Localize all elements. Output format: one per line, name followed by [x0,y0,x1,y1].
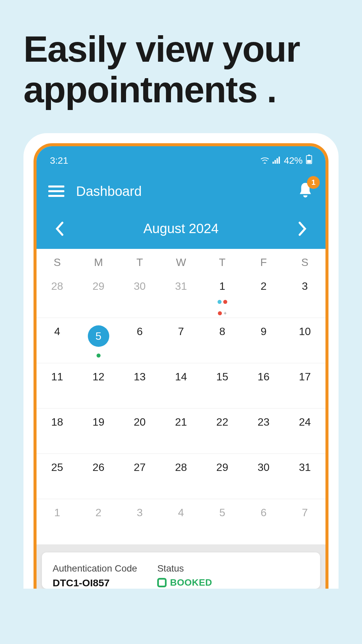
calendar-day[interactable]: 15 [202,363,243,408]
day-number: 24 [299,416,311,428]
day-number: 18 [51,416,63,428]
calendar-week: 45678910 [37,318,325,363]
calendar-day[interactable]: 28 [160,454,201,499]
calendar-day[interactable]: 22 [202,409,243,453]
svg-rect-3 [279,157,280,164]
day-number: 25 [51,461,63,473]
details-section: Authentication Code DTC1-OI857 Status BO… [37,544,325,589]
calendar-day[interactable]: 4 [160,499,201,544]
day-number: 23 [257,416,269,428]
auth-code-value: DTC1-OI857 [53,577,137,589]
calendar-day[interactable]: 20 [119,409,160,453]
calendar-day[interactable]: 3 [119,499,160,544]
day-number: 13 [134,371,146,383]
calendar-day[interactable]: 23 [243,409,284,453]
calendar-week: 1234567 [37,499,325,544]
phone-screen: 3:21 42% Dashboard [34,143,328,589]
calendar-weeks: 282930311+234567891011121314151617181920… [37,273,325,544]
calendar-day[interactable]: 1+ [202,273,243,318]
calendar-day[interactable]: 29 [78,273,119,318]
wifi-icon [260,155,269,166]
calendar-day[interactable]: 9 [243,318,284,363]
day-number: 28 [175,461,187,473]
calendar-day[interactable]: 17 [284,363,325,408]
calendar-day[interactable]: 2 [78,499,119,544]
calendar-day[interactable]: 30 [243,454,284,499]
day-number: 27 [134,461,146,473]
more-events-icon: + [224,311,227,315]
day-header: M [78,256,119,269]
calendar-day[interactable]: 27 [119,454,160,499]
day-number: 31 [175,280,187,292]
calendar-day[interactable]: 31 [284,454,325,499]
calendar-day[interactable]: 5 [202,499,243,544]
day-number: 1 [219,280,225,292]
calendar-day[interactable]: 31 [160,273,201,318]
status-square-icon [157,578,167,587]
day-number: 15 [216,371,228,383]
calendar-day[interactable]: 7 [160,318,201,363]
calendar-week: 25262728293031 [37,454,325,499]
day-number: 3 [302,280,308,292]
calendar-day[interactable]: 19 [78,409,119,453]
status-value: BOOKED [157,577,212,588]
notification-badge: 1 [307,176,320,189]
calendar-day[interactable]: 28 [37,273,78,318]
calendar-day[interactable]: 30 [119,273,160,318]
calendar-day[interactable]: 7 [284,499,325,544]
calendar-day[interactable]: 14 [160,363,201,408]
page-title: Dashboard [76,184,142,199]
status-time: 3:21 [50,155,68,166]
day-number: 30 [134,280,146,292]
calendar-day[interactable]: 29 [202,454,243,499]
event-dots [202,300,243,304]
calendar-day[interactable]: 18 [37,409,78,453]
calendar-day[interactable]: 13 [119,363,160,408]
calendar-day[interactable]: 6 [119,318,160,363]
chevron-left-icon [55,221,64,236]
svg-rect-1 [275,160,276,164]
next-month-button[interactable] [298,221,307,236]
day-number: 2 [260,280,266,292]
hero-title: Easily view your appointments . [0,0,362,110]
day-number: 26 [93,461,105,473]
day-number: 22 [216,416,228,428]
menu-icon[interactable] [48,185,64,197]
phone-frame: 3:21 42% Dashboard [23,133,339,589]
calendar-day[interactable]: 5 [78,318,119,363]
day-number: 19 [93,416,105,428]
notification-button[interactable]: 1 [297,181,314,201]
day-header: W [160,256,201,269]
calendar-day[interactable]: 10 [284,318,325,363]
calendar-day[interactable]: 3 [284,273,325,318]
calendar-day[interactable]: 2 [243,273,284,318]
day-number: 31 [299,461,311,473]
day-number: 5 [88,325,109,347]
prev-month-button[interactable] [55,221,64,236]
battery-percent: 42% [284,155,303,166]
day-number: 14 [175,371,187,383]
appointment-card[interactable]: Authentication Code DTC1-OI857 Status BO… [42,552,320,589]
day-header: S [284,256,325,269]
day-number: 4 [54,325,60,337]
calendar-day[interactable]: 21 [160,409,201,453]
day-number: 30 [257,461,269,473]
signal-icon [273,155,281,166]
calendar-day[interactable]: 8 [202,318,243,363]
calendar-day[interactable]: 1 [37,499,78,544]
calendar-day[interactable]: 4 [37,318,78,363]
calendar-day[interactable]: 16 [243,363,284,408]
calendar: SMTWTFS 282930311+2345678910111213141516… [37,249,325,544]
month-label: August 2024 [143,221,219,236]
calendar-day[interactable]: 6 [243,499,284,544]
calendar-day[interactable]: 25 [37,454,78,499]
calendar-day[interactable]: 24 [284,409,325,453]
calendar-day[interactable]: 11 [37,363,78,408]
battery-icon [306,155,312,166]
status-text: BOOKED [170,577,212,588]
event-dot [223,300,227,304]
day-number: 5 [219,506,225,519]
calendar-day[interactable]: 26 [78,454,119,499]
day-number: 29 [93,280,105,292]
calendar-day[interactable]: 12 [78,363,119,408]
